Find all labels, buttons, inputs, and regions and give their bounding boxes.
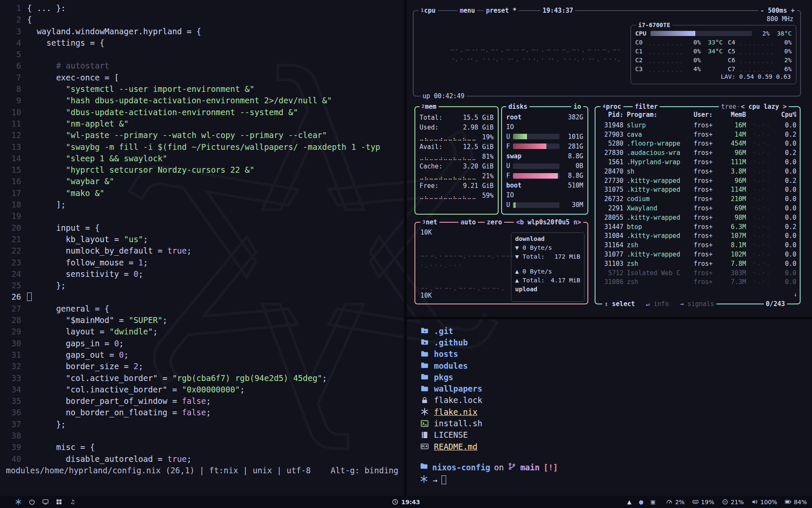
disks-io-toggle[interactable]: io — [571, 102, 583, 111]
editor-line[interactable]: 13 "swaybg -m fill -i $(find ~/Pictures/… — [4, 141, 404, 153]
process-row[interactable]: 31086zshfros+7.3M⠂⠄⠂⠄0.0 — [595, 278, 800, 287]
editor-line[interactable]: 18 ]; — [4, 199, 404, 210]
editor-lines[interactable]: 1{ ... }:2{3 wayland.windowManager.hyprl… — [0, 0, 404, 465]
editor-line[interactable]: 9 "hash dbus-update-activation-environme… — [4, 95, 404, 106]
editor-line[interactable]: 36 no_border_on_floating = false; — [4, 407, 404, 418]
menu-button[interactable]: menu — [458, 6, 477, 15]
editor-line[interactable]: 14 "sleep 1 && swaylock" — [4, 153, 404, 164]
scroll-down-icon[interactable]: ↓ — [794, 291, 797, 298]
process-row[interactable]: 1561.Hyprland-wrapfros+111M⠂⠄⠂⠄0.0 — [595, 157, 800, 167]
line-number: 37 — [4, 419, 21, 430]
process-row[interactable]: 31164zshfros+8.1M⠂⠄⠂⠄0.0 — [595, 240, 800, 250]
shell-input-line[interactable]: → — [420, 475, 446, 485]
editor-line[interactable]: 2{ — [4, 14, 404, 25]
editor-line[interactable]: 23 follow_mouse = 1; — [4, 257, 404, 268]
proc-tree-button[interactable]: tree — [719, 102, 738, 111]
line-number: 16 — [4, 176, 21, 187]
signals-button[interactable]: → signals — [680, 300, 714, 308]
net-interface-selector[interactable]: <b wlp0s20f0u5 n> — [514, 218, 583, 226]
line-number: 21 — [4, 234, 21, 245]
info-button[interactable]: ↵ info — [646, 300, 669, 308]
editor-line[interactable]: 16 "waybar &" — [4, 176, 404, 187]
editor-line[interactable]: 11 "nm-applet &" — [4, 118, 404, 130]
line-number: 3 — [4, 26, 21, 37]
editor-line[interactable]: 27 general = { — [4, 303, 404, 315]
process-row[interactable]: 2291Xwaylandfros+69M⠂⠄⠂⠄0.0 — [595, 204, 800, 213]
editor-line[interactable]: 4 settings = { — [4, 37, 404, 49]
dot-icon[interactable]: ● — [638, 499, 644, 505]
process-row[interactable]: 31948slurpfros+16M⠂⠄⠂⠄0.0 — [595, 121, 800, 130]
widget-icon[interactable]: ▣ — [650, 499, 656, 505]
editor-line[interactable]: 22 numlock_by_default = true; — [4, 245, 404, 257]
process-row[interactable]: 5280.floorp-wrappefros+454M⠂⠄⠂⠄0.0 — [595, 139, 800, 149]
process-row[interactable]: 5712Isolated Web Cfros+303M⠂⠄⠂⠄0.0 — [595, 268, 800, 278]
mem-stat-row: Cache:3.20 GiB — [420, 161, 494, 171]
editor-line[interactable]: 21 kb_layout = "us"; — [4, 234, 404, 245]
cpu-total-row: CPU 2% 38°C — [635, 29, 792, 38]
update-interval-control[interactable]: - 500ms + — [758, 6, 797, 15]
triangle-icon[interactable]: ▲ — [626, 499, 632, 505]
editor-line[interactable]: 29 layout = "dwindle"; — [4, 326, 404, 337]
cpu-usage-graph: ⠒⠂⠄⠒⠐⠂⠒⠄⠒⠂⠄⠒⠐⠂⠒⠄⠒⠂⠄⠒⠐⠂⠒⠄⠒⠂⠄⠒⠐⠂⠒⠄⠒⠂⠄⠒⠐⠂⠒⠄ — [450, 47, 623, 54]
process-row[interactable]: 28470shfros+3.8M⠂⠄⠂⠄0.0 — [595, 167, 800, 176]
editor-line[interactable]: 32 border_size = 2; — [4, 361, 404, 372]
power-icon[interactable] — [29, 499, 35, 505]
process-row[interactable]: 31447btopfros+6.3M⠂⠄⠂⠄0.2 — [595, 222, 800, 232]
select-button[interactable]: ↕ select — [604, 300, 635, 308]
net-zero-button[interactable]: zero — [485, 218, 504, 226]
editor-line[interactable]: 34 "col.inactive_border" = "0x00000000"; — [4, 384, 404, 395]
editor-line[interactable]: 35 border_part_of_window = false; — [4, 395, 404, 407]
editor-line[interactable]: 20 input = { — [4, 222, 404, 234]
editor-line[interactable]: 17 "mako &" — [4, 188, 404, 199]
process-row[interactable]: 27830.audacious-wrafros+96M⠂⠄⠂⠄0.2 — [595, 148, 800, 157]
process-row[interactable]: 27903cavafros+14M⠂⠄⠂⠄0.2 — [595, 130, 800, 139]
editor-line[interactable]: 40 disable_autoreload = true; — [4, 453, 404, 465]
process-row[interactable]: 31103zshfros+7.8M⠂⠄⠂⠄0.0 — [595, 259, 800, 268]
editor-line[interactable]: 7 exec-once = [ — [4, 72, 404, 83]
process-row[interactable]: 31077.kitty-wrappedfros+102M⠂⠄⠂⠄0.0 — [595, 250, 800, 259]
editor-line[interactable]: 33 "col.active_border" = "rgb(cba6f7) rg… — [4, 373, 404, 384]
net-auto-button[interactable]: auto — [458, 218, 478, 226]
display-icon[interactable] — [42, 499, 49, 505]
grid-icon[interactable] — [56, 499, 62, 505]
editor-line[interactable]: 25 }; — [4, 280, 404, 291]
preset-button[interactable]: preset * — [484, 6, 518, 15]
editor-line[interactable]: 5 — [4, 49, 404, 60]
process-row[interactable]: 27730.kitty-wrappedfros+96M⠂⠄⠂⠄0.2 — [595, 176, 800, 185]
github-folder-icon — [420, 338, 430, 346]
editor-line[interactable]: 6 # autostart — [4, 60, 404, 72]
editor-line[interactable]: 28 "$mainMod" = "SUPER"; — [4, 315, 404, 326]
mem-meter-row: ⣀⣄⣀⣀⣠⣀⣀⣄⣀⣄⣀⣀⣠⣀21% — [420, 171, 494, 181]
prompt-directory: nixos-config — [432, 463, 490, 472]
editor-line[interactable]: 19 — [4, 210, 404, 222]
line-number: 17 — [4, 188, 21, 199]
process-row[interactable]: 31084.kitty-wrappedfros+107M⠂⠄⠂⠄0.0 — [595, 232, 800, 241]
nix-icon[interactable] — [15, 499, 22, 505]
upload-total: ▲ Total:4.17 MiB — [511, 276, 584, 284]
process-row[interactable]: 28055.kitty-wrappedfros+98M⠂⠄⠂⠄0.0 — [595, 213, 800, 222]
editor-line[interactable]: 30 gaps_in = 0; — [4, 338, 404, 349]
line-number: 34 — [4, 384, 21, 395]
music-icon[interactable]: ♫ — [69, 499, 76, 505]
editor-line[interactable]: 12 "wl-paste --primary --watch wl-copy -… — [4, 130, 404, 141]
editor-line[interactable]: 8 "systemctl --user import-environment &… — [4, 83, 404, 95]
editor-line[interactable]: 15 "hyprctl setcursor Nordzy-cursors 22 … — [4, 164, 404, 176]
editor-line[interactable]: 3 wayland.windowManager.hyprland = { — [4, 26, 404, 37]
proc-sort-selector[interactable]: < cpu lazy > — [739, 102, 789, 111]
process-row[interactable]: 31075.kitty-wrappedfros+114M⠂⠄⠂⠄0.0 — [595, 185, 800, 195]
proc-filter-button[interactable]: filter — [633, 102, 660, 111]
editor-window[interactable]: 1{ ... }:2{3 wayland.windowManager.hyprl… — [0, 0, 404, 496]
editor-line[interactable]: 10 "dbus-update-activation-environment -… — [4, 107, 404, 118]
scroll-up-icon[interactable]: ↑ — [794, 109, 797, 116]
editor-line[interactable]: 31 gaps_out = 0; — [4, 349, 404, 361]
editor-line[interactable]: 26 — [4, 291, 404, 303]
bar-clock-module[interactable]: 19:43 — [392, 499, 420, 505]
editor-line[interactable]: 38 — [4, 430, 404, 442]
file-list-item: pkgs — [420, 371, 482, 383]
editor-line[interactable]: 37 }; — [4, 419, 404, 430]
editor-line[interactable]: 39 misc = { — [4, 442, 404, 453]
line-number: 36 — [4, 407, 21, 418]
editor-line[interactable]: 1{ ... }: — [4, 3, 404, 14]
editor-line[interactable]: 24 sensitivity = 0; — [4, 268, 404, 280]
process-row[interactable]: 26732codiumfros+210M⠂⠄⠂⠄0.0 — [595, 194, 800, 204]
